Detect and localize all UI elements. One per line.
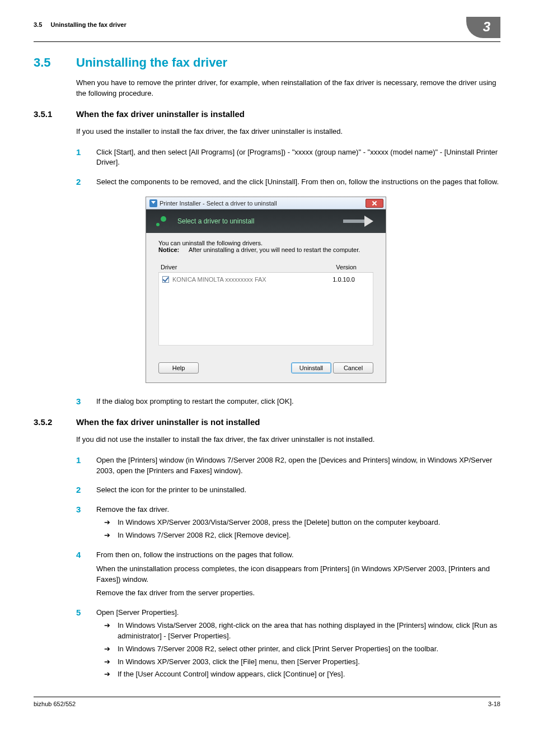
section-h1: 3.5 Uninstalling the fax driver — [34, 55, 500, 70]
section-352: 3.5.2 When the fax driver uninstaller is… — [34, 417, 500, 427]
section-351-title: When the fax driver uninstaller is insta… — [76, 109, 245, 119]
dialog-body: You can uninstall the following drivers.… — [146, 233, 386, 382]
step-number: 5 — [76, 608, 85, 680]
notice-line2: After uninstalling a driver, you will ne… — [189, 246, 360, 253]
step5-main: Open [Server Properties]. — [96, 608, 179, 617]
header-rule — [34, 41, 500, 42]
sub-text: In Windows 7/Server 2008 R2, select othe… — [118, 644, 438, 655]
step-text: Open the [Printers] window (in Windows 7… — [96, 455, 500, 477]
sub-text: If the [User Account Control] window app… — [118, 669, 345, 680]
running-header-left: 3.5 Uninstalling the fax driver — [34, 17, 127, 28]
running-header: 3.5 Uninstalling the fax driver 3 — [34, 17, 500, 38]
driver-version: 1.0.10.0 — [332, 276, 355, 283]
step-text: Select the components to be removed, and… — [96, 177, 500, 188]
sub-item: ➔ If the [User Account Control] window a… — [104, 669, 500, 680]
step-row: 3 Remove the fax driver. ➔ In Windows XP… — [76, 505, 500, 541]
arrow-icon: ➔ — [104, 669, 112, 680]
dialog-notice: You can uninstall the following drivers.… — [158, 240, 373, 253]
step-text: If the dialog box prompting to restart t… — [96, 396, 500, 407]
step3-main: Remove the fax driver. — [96, 505, 169, 514]
dialog-button-row: Help Uninstall Cancel — [158, 362, 373, 374]
section-352-lead: If you did not use the installer to inst… — [76, 435, 500, 445]
header-section-ref: 3.5 — [34, 21, 42, 28]
driver-list[interactable]: KONICA MINOLTA xxxxxxxxx FAX 1.0.10.0 — [158, 273, 373, 346]
dialog-banner-text: Select a driver to uninstall — [177, 217, 254, 225]
section-351-number: 3.5.1 — [34, 109, 60, 119]
step-text: From then on, follow the instructions on… — [96, 550, 500, 599]
arrow-icon: ➔ — [104, 644, 112, 655]
step-row: 5 Open [Server Properties]. ➔ In Windows… — [76, 608, 500, 680]
col-version: Version — [336, 264, 357, 270]
step4-note2: Remove the fax driver from the server pr… — [96, 588, 500, 599]
checkbox-icon[interactable] — [162, 276, 169, 283]
step-text: Select the icon for the printer to be un… — [96, 485, 500, 496]
sub-text: In Windows XP/Server 2003, click the [Fi… — [118, 657, 360, 668]
section-h1-number: 3.5 — [34, 55, 60, 70]
cancel-button[interactable]: Cancel — [333, 362, 373, 374]
step-row: 2 Select the icon for the printer to be … — [76, 485, 500, 496]
section-351-lead: If you used the installer to install the… — [76, 127, 500, 137]
installer-icon — [149, 199, 157, 207]
arrow-icon: ➔ — [104, 657, 112, 668]
close-icon[interactable] — [366, 199, 383, 208]
arrow-icon: ➔ — [104, 620, 112, 642]
uninstall-dialog: Printer Installer - Select a driver to u… — [146, 197, 386, 383]
step-row: 1 Open the [Printers] window (in Windows… — [76, 455, 500, 477]
uninstall-button[interactable]: Uninstall — [291, 362, 331, 374]
driver-list-row[interactable]: KONICA MINOLTA xxxxxxxxx FAX 1.0.10.0 — [162, 276, 369, 283]
step-text: Remove the fax driver. ➔ In Windows XP/S… — [96, 505, 500, 541]
dialog-banner: Select a driver to uninstall — [146, 209, 386, 233]
driver-list-header: Driver Version — [158, 262, 373, 273]
section-351: 3.5.1 When the fax driver uninstaller is… — [34, 109, 500, 119]
dialog-title: Printer Installer - Select a driver to u… — [160, 200, 277, 207]
step-row: 3 If the dialog box prompting to restart… — [76, 396, 500, 407]
step4-note1: When the uninstallation process complete… — [96, 564, 500, 585]
step-row: 4 From then on, follow the instructions … — [76, 550, 500, 599]
arrow-icon: ➔ — [104, 517, 112, 528]
arrow-right-icon — [343, 217, 377, 226]
dialog-titlebar: Printer Installer - Select a driver to u… — [146, 197, 386, 209]
step-number: 1 — [76, 147, 85, 169]
col-driver: Driver — [161, 264, 177, 270]
step-number: 2 — [76, 177, 85, 188]
arrow-icon: ➔ — [104, 530, 112, 541]
notice-line1: You can uninstall the following drivers. — [158, 240, 373, 246]
step-number: 4 — [76, 550, 85, 599]
banner-dots-icon — [156, 216, 170, 226]
step-number: 2 — [76, 485, 85, 496]
step-number: 3 — [76, 396, 85, 407]
sub-text: In Windows 7/Server 2008 R2, click [Remo… — [118, 530, 291, 541]
sub-item: ➔ In Windows 7/Server 2008 R2, click [Re… — [104, 530, 500, 541]
sub-item: ➔ In Windows 7/Server 2008 R2, select ot… — [104, 644, 500, 655]
header-running-title: Uninstalling the fax driver — [51, 21, 127, 28]
step-text: Open [Server Properties]. ➔ In Windows V… — [96, 608, 500, 680]
chapter-badge: 3 — [466, 17, 500, 38]
sub-item: ➔ In Windows XP/Server 2003/Vista/Server… — [104, 517, 500, 528]
help-button[interactable]: Help — [158, 362, 199, 374]
step4-main: From then on, follow the instructions on… — [96, 550, 294, 559]
section-h1-title: Uninstalling the fax driver — [76, 55, 227, 70]
sub-item: ➔ In Windows XP/Server 2003, click the [… — [104, 657, 500, 668]
notice-label: Notice: — [158, 246, 182, 253]
page-footer: bizhub 652/552 3-18 — [34, 697, 500, 707]
footer-right: 3-18 — [488, 701, 500, 707]
section-352-number: 3.5.2 — [34, 417, 60, 427]
step-text: Click [Start], and then select [All Prog… — [96, 147, 500, 169]
step-number: 3 — [76, 505, 85, 541]
step-row: 1 Click [Start], and then select [All Pr… — [76, 147, 500, 169]
sub-text: In Windows XP/Server 2003/Vista/Server 2… — [118, 517, 440, 528]
sub-text: In Windows Vista/Server 2008, right-clic… — [118, 620, 500, 642]
step-row: 2 Select the components to be removed, a… — [76, 177, 500, 188]
section-352-title: When the fax driver uninstaller is not i… — [76, 417, 260, 427]
footer-left: bizhub 652/552 — [34, 701, 76, 707]
intro-paragraph: When you have to remove the printer driv… — [76, 78, 500, 99]
sub-item: ➔ In Windows Vista/Server 2008, right-cl… — [104, 620, 500, 642]
driver-name: KONICA MINOLTA xxxxxxxxx FAX — [172, 276, 266, 283]
step-number: 1 — [76, 455, 85, 477]
